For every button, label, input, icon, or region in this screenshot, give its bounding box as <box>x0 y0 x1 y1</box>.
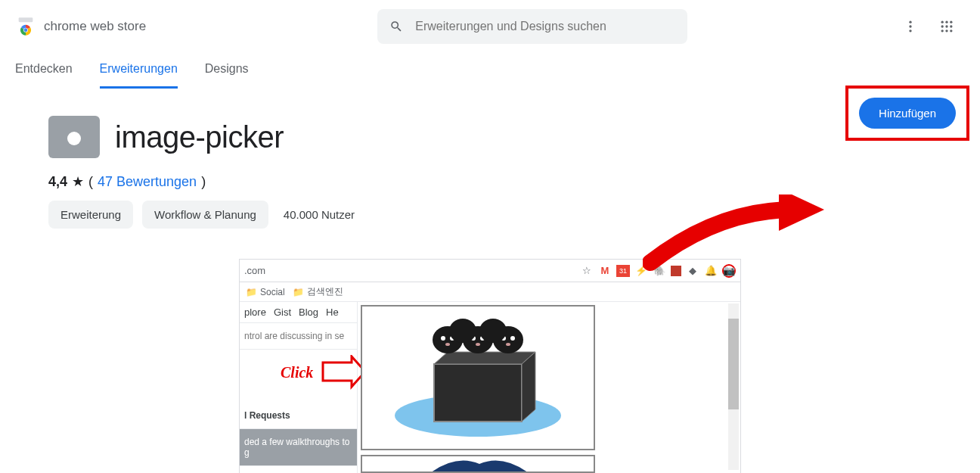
calendar-icon: 31 <box>616 265 630 277</box>
svg-point-36 <box>479 319 507 343</box>
svg-point-30 <box>476 343 480 346</box>
svg-point-6 <box>909 30 911 32</box>
preview-nav: plore Gist Blog He <box>240 302 357 323</box>
logo-area[interactable]: chrome web store <box>15 16 146 37</box>
svg-rect-20 <box>434 364 522 422</box>
svg-point-13 <box>941 30 944 32</box>
svg-point-14 <box>945 30 947 32</box>
tab-extensions[interactable]: Erweiterungen <box>100 62 178 89</box>
main-content: image-picker 4,4 ★ (47 Bewertungen) Erwe… <box>0 89 980 473</box>
svg-point-24 <box>441 336 445 341</box>
bookmark-search: 📁검색엔진 <box>293 285 343 298</box>
tab-themes[interactable]: Designs <box>205 62 249 89</box>
header-actions <box>901 17 965 36</box>
url-fragment: .com <box>244 265 580 276</box>
search-input[interactable] <box>415 20 675 33</box>
add-button-highlight: Hinzufügen <box>845 86 969 141</box>
add-button[interactable]: Hinzufügen <box>859 98 956 129</box>
apps-grid-icon[interactable] <box>938 17 956 36</box>
svg-point-12 <box>950 25 952 27</box>
more-menu-icon[interactable] <box>901 17 920 36</box>
svg-point-9 <box>950 21 952 23</box>
rating-row: 4,4 ★ (47 Bewertungen) <box>48 173 932 190</box>
svg-point-5 <box>909 25 911 27</box>
preview-image-2 <box>361 455 595 473</box>
user-count: 40.000 Nutzer <box>284 208 355 221</box>
preview-scrollbar <box>728 303 739 470</box>
preview-main <box>358 302 740 473</box>
star-icon: ★ <box>72 173 84 190</box>
svg-point-10 <box>941 25 944 27</box>
extension-icon <box>48 116 100 158</box>
svg-point-15 <box>950 30 952 32</box>
screenshot-preview: .com ☆ M 31 ⚡ 🐘 ◆ 🔔 📷 📁Social 📁검색엔진 plor… <box>239 259 741 473</box>
search-container <box>377 9 687 44</box>
svg-point-4 <box>909 21 911 23</box>
click-annotation: Click <box>281 364 313 381</box>
tab-discover[interactable]: Entdecken <box>15 62 73 89</box>
svg-point-7 <box>941 21 944 23</box>
preview-body: plore Gist Blog He ntrol are discussing … <box>240 302 740 473</box>
svg-point-11 <box>945 25 947 27</box>
search-icon <box>389 19 403 34</box>
store-name: chrome web store <box>44 19 146 34</box>
svg-point-33 <box>510 336 515 341</box>
svg-point-26 <box>445 343 450 346</box>
chip-category[interactable]: Workflow & Planung <box>142 201 268 229</box>
svg-point-18 <box>67 132 81 145</box>
nav-tabs: Entdecken Erweiterungen Designs <box>0 53 980 89</box>
star-outline-icon: ☆ <box>580 264 594 278</box>
svg-point-3 <box>24 28 28 32</box>
feed-item-3: ded a few walkthroughs to g <box>240 429 357 466</box>
svg-marker-21 <box>434 352 535 364</box>
chrome-store-logo-icon <box>15 16 36 37</box>
preview-image-1 <box>361 305 595 450</box>
reviews-link[interactable]: 47 Bewertungen <box>98 174 197 190</box>
svg-rect-17 <box>68 123 80 129</box>
gmail-icon: M <box>598 264 612 278</box>
title-row: image-picker <box>48 116 932 158</box>
annotation-arrow-icon <box>643 194 824 285</box>
header: chrome web store <box>0 0 980 53</box>
search-box[interactable] <box>377 9 687 44</box>
svg-point-35 <box>449 319 476 343</box>
svg-rect-0 <box>19 17 33 22</box>
bookmark-social: 📁Social <box>246 287 285 297</box>
svg-marker-22 <box>522 352 535 422</box>
svg-point-34 <box>506 343 510 346</box>
svg-point-8 <box>945 21 947 23</box>
feed-item-2: l Requests <box>240 403 357 429</box>
extension-title: image-picker <box>115 120 284 154</box>
rating-value: 4,4 <box>48 174 67 190</box>
feed-item-1: ntrol are discussing in se <box>240 323 357 350</box>
chip-type[interactable]: Erweiterung <box>48 201 133 229</box>
